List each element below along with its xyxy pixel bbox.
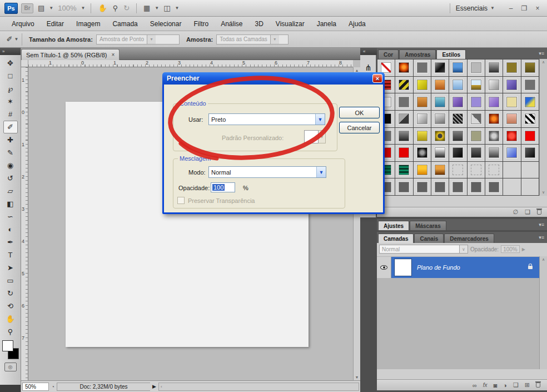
mode-select[interactable]: Normal ▼ [208, 166, 326, 178]
menu-janela[interactable]: Janela [311, 20, 342, 28]
style-swatch-52[interactable] [485, 145, 503, 161]
style-swatch-6[interactable] [468, 59, 485, 76]
style-swatch-41[interactable] [449, 128, 466, 145]
pen-tool[interactable]: ✒ [3, 236, 18, 249]
style-swatch-12[interactable] [414, 77, 431, 93]
zoom-level-caret-icon[interactable]: ▼ [81, 6, 85, 11]
style-swatch-9[interactable] [521, 59, 539, 76]
quick-selection-tool[interactable]: ✶ [3, 95, 18, 108]
eraser-tool[interactable]: ▱ [3, 185, 18, 197]
menu-arquivo[interactable]: Arquivo [6, 20, 41, 28]
quick-mask-button[interactable]: ◎ [4, 363, 17, 371]
style-swatch-66[interactable] [414, 178, 431, 195]
style-swatch-49[interactable] [431, 145, 449, 161]
style-swatch-71[interactable] [503, 178, 520, 195]
hand-pan-icon[interactable]: ✋ [97, 4, 108, 12]
link-layers-icon[interactable]: ∞ [473, 382, 477, 389]
sample-size-select[interactable]: Amostra de Ponto ▾ [96, 34, 180, 44]
menu-filtro[interactable]: Filtro [187, 20, 215, 28]
restore-button[interactable]: ❐ [519, 4, 529, 13]
style-swatch-8[interactable] [503, 59, 520, 76]
eyedropper-tool[interactable]: ✐ [3, 121, 18, 133]
style-swatch-65[interactable] [395, 178, 412, 195]
brush-tool[interactable]: ✎ [3, 146, 18, 159]
menu-analise[interactable]: Análise [215, 20, 248, 28]
menu-selecionar[interactable]: Selecionar [144, 20, 188, 28]
style-swatch-23[interactable] [449, 93, 466, 110]
foreground-color-swatch[interactable] [2, 340, 13, 351]
screen-mode-caret-icon[interactable]: ▼ [175, 6, 180, 11]
layer-group-icon[interactable]: ❏ [513, 381, 519, 389]
opacity-input[interactable]: 100 [211, 182, 235, 192]
paint-bucket-tool[interactable]: ◧ [3, 197, 18, 210]
style-swatch-13[interactable] [431, 77, 449, 93]
eye-icon[interactable] [380, 265, 387, 270]
layer-row[interactable]: Plano de Fundo [377, 257, 539, 278]
new-layer-icon[interactable]: ⊞ [525, 381, 530, 389]
style-swatch-34[interactable] [485, 111, 503, 127]
dialog-close-button[interactable]: × [372, 74, 382, 83]
style-swatch-68[interactable] [449, 178, 466, 195]
layer-style-icon[interactable]: fx [483, 382, 488, 388]
style-swatch-3[interactable] [414, 59, 431, 76]
cancel-button[interactable]: Cancelar [339, 122, 380, 133]
ok-button[interactable]: OK [339, 107, 380, 118]
bridge-button[interactable]: Br [21, 3, 33, 13]
style-swatch-60[interactable] [468, 162, 485, 178]
delete-style-icon[interactable] [537, 210, 541, 215]
sample-select[interactable]: Todas as Camadas ▾ [216, 34, 289, 44]
style-swatch-33[interactable] [468, 111, 485, 127]
style-swatch-24[interactable] [468, 93, 485, 110]
style-swatch-44[interactable] [503, 128, 520, 145]
smudge-tool[interactable]: ∽ [3, 210, 18, 223]
style-swatch-61[interactable] [485, 162, 503, 178]
scroll-left-icon[interactable]: ‹ [161, 384, 162, 389]
style-swatch-45[interactable] [521, 128, 539, 145]
workspace-switcher[interactable]: Essenciais ▼ [456, 4, 503, 12]
style-swatch-4[interactable] [431, 59, 449, 76]
type-tool[interactable]: T [3, 249, 18, 261]
adjustments-tab-ajustes[interactable]: Ajustes [378, 221, 409, 230]
layer-selected[interactable]: Plano de Fundo [391, 257, 539, 278]
opacity-field[interactable]: 100% [501, 245, 520, 253]
style-swatch-27[interactable] [521, 93, 539, 110]
style-swatch-11[interactable] [395, 77, 412, 93]
move-tool[interactable]: ✥ [3, 57, 18, 70]
status-menu-arrow-icon[interactable]: ▶ [152, 384, 156, 389]
view-extras-caret-icon[interactable]: ▼ [49, 6, 53, 11]
style-swatch-26[interactable] [503, 93, 520, 110]
style-swatch-48[interactable] [414, 145, 431, 161]
history-brush-tool[interactable]: ↺ [3, 172, 18, 185]
preserve-transparency-checkbox[interactable]: Preservar Transparência [177, 197, 255, 204]
path-selection-tool[interactable]: ➤ [3, 261, 18, 274]
style-swatch-15[interactable] [468, 77, 485, 93]
layer-visibility-cell[interactable] [377, 257, 391, 278]
arrange-documents-icon[interactable]: ▦ [142, 4, 151, 12]
styles-tab-amostras[interactable]: Amostras [399, 49, 436, 59]
scroll-up-icon[interactable]: ∧ [542, 60, 545, 64]
style-swatch-22[interactable] [431, 93, 449, 110]
style-swatch-5[interactable] [449, 59, 466, 76]
style-swatch-39[interactable] [414, 128, 431, 145]
scroll-down-icon[interactable]: ∨ [542, 190, 545, 195]
close-button[interactable]: × [533, 4, 543, 13]
use-select[interactable]: Preto ▼ [208, 113, 325, 125]
styles-tab-estilos[interactable]: Estilos [436, 49, 466, 59]
style-swatch-32[interactable] [449, 111, 466, 127]
scroll-up-icon[interactable]: ▲ [355, 68, 359, 72]
marquee-tool[interactable]: □ [3, 70, 18, 82]
layers-tab-camadas[interactable]: Camadas [378, 234, 414, 243]
horizontal-scrollbar[interactable]: ‹ [158, 383, 359, 391]
styles-panel-menu-icon[interactable]: ▾≡ [539, 51, 547, 56]
clear-style-icon[interactable]: ∅ [513, 209, 519, 216]
new-style-icon[interactable]: ❏ [525, 209, 530, 216]
zoom-tool[interactable]: ⚲ [3, 325, 18, 338]
dodge-tool[interactable]: ◐ [3, 223, 18, 236]
toolbox-expander[interactable]: » [0, 48, 21, 55]
style-swatch-31[interactable] [431, 111, 449, 127]
styles-tab-cor[interactable]: Cor [378, 49, 399, 59]
style-swatch-70[interactable] [485, 178, 503, 195]
layers-tab-canais[interactable]: Canais [414, 234, 444, 243]
custom-pattern-picker[interactable]: ▼ [304, 130, 326, 143]
style-swatch-50[interactable] [449, 145, 466, 161]
